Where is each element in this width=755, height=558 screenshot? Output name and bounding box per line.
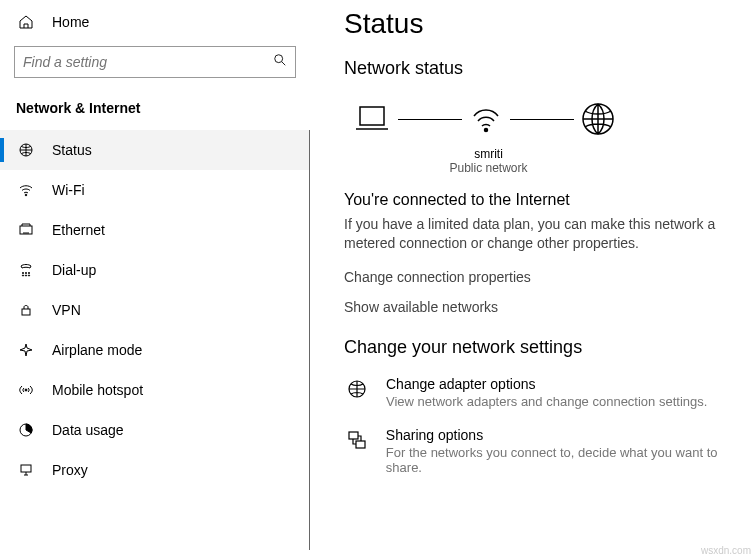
nav-item-hotspot[interactable]: Mobile hotspot <box>0 370 309 410</box>
connected-desc: If you have a limited data plan, you can… <box>344 215 755 253</box>
change-connection-properties-link[interactable]: Change connection properties <box>344 269 755 285</box>
nav-label: Status <box>52 142 92 158</box>
nav-label: Airplane mode <box>52 342 142 358</box>
svg-rect-13 <box>21 465 31 472</box>
option-text: Sharing options For the networks you con… <box>386 427 755 475</box>
nav-label: VPN <box>52 302 81 318</box>
network-diagram <box>350 99 755 139</box>
svg-point-15 <box>485 129 488 132</box>
adapter-icon <box>344 378 370 400</box>
svg-point-2 <box>25 194 27 196</box>
home-label: Home <box>52 14 89 30</box>
svg-rect-10 <box>22 309 30 315</box>
page-title: Status <box>344 8 755 40</box>
svg-point-7 <box>22 275 23 276</box>
nav-item-dialup[interactable]: Dial-up <box>0 250 309 290</box>
nav-label: Proxy <box>52 462 88 478</box>
nav-label: Wi-Fi <box>52 182 85 198</box>
svg-point-8 <box>25 275 26 276</box>
adapter-desc: View network adapters and change connect… <box>386 394 707 409</box>
home-button[interactable]: Home <box>0 6 310 38</box>
airplane-icon <box>16 342 36 358</box>
vpn-icon <box>16 302 36 318</box>
option-text: Change adapter options View network adap… <box>386 376 707 409</box>
laptop-icon <box>350 99 394 139</box>
show-available-networks-link[interactable]: Show available networks <box>344 299 755 315</box>
search-box[interactable] <box>14 46 296 78</box>
wifi-node <box>466 102 506 136</box>
ethernet-icon <box>16 222 36 238</box>
nav-item-ethernet[interactable]: Ethernet <box>0 210 309 250</box>
search-input[interactable] <box>23 54 273 70</box>
wifi-icon <box>16 182 36 198</box>
connector-line <box>398 119 462 120</box>
nav-label: Dial-up <box>52 262 96 278</box>
nav-item-status[interactable]: Status <box>0 130 309 170</box>
nav-item-wifi[interactable]: Wi-Fi <box>0 170 309 210</box>
hotspot-icon <box>16 382 36 398</box>
change-network-settings-title: Change your network settings <box>344 337 755 358</box>
datausage-icon <box>16 422 36 438</box>
svg-point-5 <box>25 272 26 273</box>
nav-item-datausage[interactable]: Data usage <box>0 410 309 450</box>
nav-item-airplane[interactable]: Airplane mode <box>0 330 309 370</box>
dialup-icon <box>16 262 36 278</box>
adapter-title: Change adapter options <box>386 376 707 392</box>
svg-point-0 <box>275 55 283 63</box>
sharing-icon <box>344 429 370 451</box>
svg-point-4 <box>22 272 23 273</box>
nav-label: Data usage <box>52 422 124 438</box>
search-icon <box>273 53 287 71</box>
svg-point-6 <box>28 272 29 273</box>
connector-line <box>510 119 574 120</box>
network-status-title: Network status <box>344 58 755 79</box>
nav-label: Mobile hotspot <box>52 382 143 398</box>
category-title: Network & Internet <box>0 82 310 126</box>
sharing-options[interactable]: Sharing options For the networks you con… <box>344 427 755 475</box>
home-icon <box>16 14 36 30</box>
search-wrap <box>0 38 310 82</box>
nav-item-proxy[interactable]: Proxy <box>0 450 309 490</box>
svg-point-9 <box>28 275 29 276</box>
svg-rect-14 <box>360 107 384 125</box>
svg-rect-19 <box>356 441 365 448</box>
nav-list: Status Wi-Fi Ethernet Dial-up VPN <box>0 130 310 550</box>
svg-rect-18 <box>349 432 358 439</box>
sharing-desc: For the networks you connect to, decide … <box>386 445 755 475</box>
svg-point-11 <box>25 389 27 391</box>
connected-title: You're connected to the Internet <box>344 191 755 209</box>
nav-item-vpn[interactable]: VPN <box>0 290 309 330</box>
globe-icon <box>578 99 618 139</box>
change-adapter-options[interactable]: Change adapter options View network adap… <box>344 376 755 409</box>
proxy-icon <box>16 462 36 478</box>
nav-label: Ethernet <box>52 222 105 238</box>
watermark: wsxdn.com <box>701 545 751 556</box>
sharing-title: Sharing options <box>386 427 755 443</box>
main-content: Status Network status smriti Public netw… <box>310 0 755 558</box>
status-icon <box>16 142 36 158</box>
sidebar: Home Network & Internet Status Wi-Fi <box>0 0 310 558</box>
